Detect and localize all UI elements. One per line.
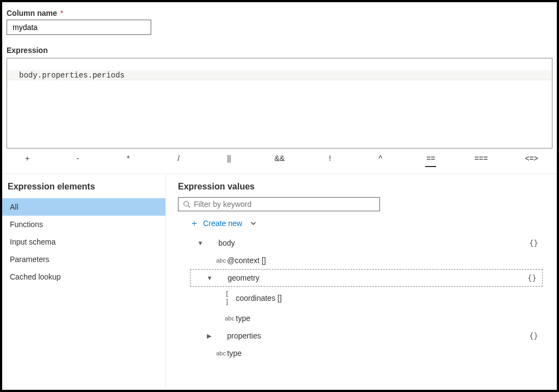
- object-badge-icon: {}: [529, 331, 538, 340]
- category-all[interactable]: All: [2, 198, 165, 216]
- category-input-schema[interactable]: Input schema: [2, 233, 165, 251]
- category-functions[interactable]: Functions: [2, 216, 165, 233]
- tree-node-coordinates[interactable]: [ ] coordinates []: [190, 287, 544, 310]
- values-heading: Expression values: [178, 174, 544, 197]
- create-new-button[interactable]: ＋ Create new: [178, 211, 544, 234]
- operator-minus[interactable]: -: [52, 154, 103, 167]
- elements-heading: Expression elements: [2, 174, 165, 198]
- caret-right-icon: ▶: [205, 332, 213, 340]
- expression-editor[interactable]: body.properties.periods: [7, 58, 552, 149]
- plus-icon: ＋: [190, 219, 199, 228]
- tree-node-label: properties: [227, 331, 529, 340]
- tree-node-geometry[interactable]: ▼ geometry {}: [190, 269, 543, 287]
- operator-div[interactable]: /: [153, 154, 204, 167]
- operator-eqeq[interactable]: ===: [456, 154, 506, 167]
- operator-caret[interactable]: ^: [355, 154, 406, 167]
- search-icon: [183, 200, 191, 208]
- expression-label: Expression: [7, 46, 552, 55]
- string-type-icon: abc: [222, 315, 236, 322]
- operator-eq[interactable]: ==: [406, 154, 456, 167]
- operator-active-underline: [425, 166, 436, 167]
- tree-node-body[interactable]: ▼ body {}: [190, 234, 544, 252]
- operator-not[interactable]: !: [305, 154, 355, 167]
- expression-code: body.properties.periods: [19, 70, 124, 80]
- tree-node-label: type: [236, 314, 538, 323]
- create-new-label: Create new: [203, 219, 242, 228]
- required-asterisk: *: [60, 9, 63, 17]
- caret-down-icon: ▼: [206, 275, 213, 281]
- column-name-label: Column name: [7, 9, 57, 17]
- object-badge-icon: {}: [529, 239, 538, 247]
- operator-mult[interactable]: *: [103, 154, 153, 167]
- chevron-down-icon: [250, 220, 257, 227]
- elements-category-list: All Functions Input schema Parameters Ca…: [2, 198, 165, 286]
- operator-toolbar: + - * / || && ! ^ == === <=>: [2, 149, 557, 174]
- operator-or[interactable]: ||: [204, 154, 254, 167]
- tree-node-label: type: [227, 349, 538, 358]
- svg-point-0: [184, 201, 189, 206]
- object-badge-icon: {}: [527, 274, 537, 282]
- tree-node-label: coordinates []: [236, 294, 538, 302]
- tree-node-label: body: [218, 239, 529, 247]
- svg-line-1: [188, 206, 191, 208]
- filter-input[interactable]: [194, 200, 375, 209]
- filter-input-wrapper[interactable]: [178, 197, 380, 211]
- operator-and[interactable]: &&: [254, 154, 305, 167]
- string-type-icon: abc: [213, 257, 227, 264]
- category-cached-lookup[interactable]: Cached lookup: [2, 268, 165, 286]
- tree-node-type[interactable]: abc type: [190, 345, 544, 362]
- array-type-icon: [ ]: [222, 290, 236, 306]
- column-name-input[interactable]: [7, 20, 151, 35]
- tree-node-geometry-type[interactable]: abc type: [190, 310, 544, 327]
- tree-node-properties[interactable]: ▶ properties {}: [190, 327, 544, 345]
- caret-down-icon: ▼: [197, 240, 204, 246]
- tree-node-context[interactable]: abc @context []: [190, 252, 544, 269]
- tree-node-label: @context []: [227, 256, 538, 265]
- operator-cmp[interactable]: <=>: [507, 154, 557, 167]
- string-type-icon: abc: [213, 350, 227, 357]
- tree-node-label: geometry: [228, 274, 527, 282]
- operator-plus[interactable]: +: [2, 154, 52, 167]
- category-parameters[interactable]: Parameters: [2, 251, 165, 268]
